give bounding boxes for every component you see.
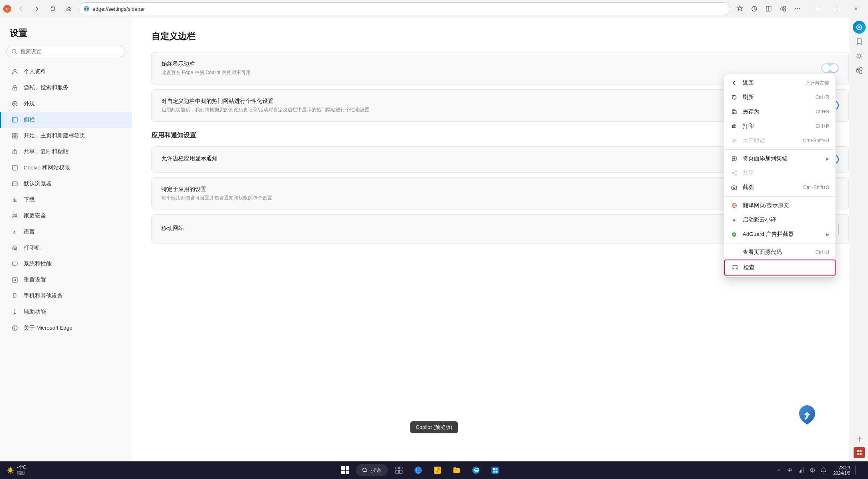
system-icon <box>11 260 19 268</box>
menu-item-caiyun[interactable]: ● 启动彩云小译 <box>724 213 836 227</box>
add-icon[interactable] <box>853 433 866 445</box>
print-menu-shortcut: Ctrl+P <box>816 123 829 129</box>
menu-item-viewsource[interactable]: 查看页面源代码 Ctrl+U <box>724 245 836 260</box>
menu-item-translate[interactable]: 翻译网页/显示原文 <box>724 198 836 213</box>
show-desktop-icon[interactable] <box>855 465 865 475</box>
notifications-label: 允许边栏应用显示通知 <box>161 155 821 162</box>
sidebar-item-appearance[interactable]: 外观 <box>0 96 132 112</box>
search-input[interactable] <box>20 48 120 54</box>
menu-item-collections[interactable]: 将页面添加到集锦 ▶ <box>724 151 836 166</box>
print-menu-label: 打印 <box>743 123 811 130</box>
svg-rect-21 <box>12 133 14 135</box>
sidebar-item-about[interactable]: 关于 Microsoft Edge <box>0 320 132 336</box>
menu-item-back[interactable]: 返回 Alt+向左键 <box>724 76 836 90</box>
volume-icon[interactable] <box>808 465 817 475</box>
sidebar-item-profile[interactable]: 个人资料 <box>0 64 132 80</box>
menu-item-inspect[interactable]: 检查 <box>724 260 836 276</box>
notification-icon[interactable] <box>819 465 828 475</box>
svg-rect-69 <box>396 467 399 469</box>
weather-widget[interactable]: -4°C 晴朗 <box>3 463 30 478</box>
always-show-toggle[interactable] <box>821 63 839 73</box>
maximize-button[interactable]: □ <box>829 2 846 15</box>
back-button[interactable] <box>14 2 27 15</box>
more-button[interactable] <box>791 2 804 15</box>
printing-label: 打印机 <box>24 244 40 252</box>
sidebar-item-language[interactable]: A 语言 <box>0 224 132 240</box>
copilot-icon[interactable] <box>853 21 866 34</box>
svg-rect-83 <box>493 468 495 470</box>
bookmark-icon[interactable] <box>853 35 866 48</box>
taskbar-app-files[interactable] <box>449 462 465 478</box>
start-button[interactable] <box>338 463 352 477</box>
sidebar-item-cookies[interactable]: Cookie 和网站权限 <box>0 160 132 176</box>
svg-point-51 <box>733 187 735 189</box>
sidebar-item-printing[interactable]: 打印机 <box>0 240 132 256</box>
taskbar: -4°C 晴朗 搜索 <box>0 461 868 479</box>
svg-point-40 <box>14 326 15 327</box>
share-menu-icon <box>731 169 738 177</box>
extensions-right-icon[interactable] <box>853 64 866 77</box>
sidebar-item-mobile[interactable]: 手机和其他设备 <box>0 288 132 304</box>
settings-icon[interactable] <box>853 50 866 62</box>
svg-point-48 <box>735 174 737 175</box>
menu-item-adguard[interactable]: AdGuard 广告拦截器 ▶ <box>724 227 836 242</box>
sidebar-item-sidebar[interactable]: 侧栏 <box>0 112 132 128</box>
svg-text:A: A <box>735 139 737 141</box>
refresh-button[interactable] <box>46 2 59 15</box>
close-button[interactable]: ✕ <box>847 2 865 15</box>
network-icon[interactable] <box>796 465 806 475</box>
taskbar-app-store[interactable] <box>487 462 503 478</box>
svg-text:A: A <box>13 229 16 234</box>
split-button[interactable] <box>762 2 775 15</box>
svg-point-46 <box>735 171 737 172</box>
svg-rect-59 <box>860 68 862 70</box>
forward-button[interactable] <box>30 2 43 15</box>
svg-rect-70 <box>399 467 402 469</box>
sidebar-item-privacy[interactable]: 隐私、搜索和服务 <box>0 80 132 96</box>
screenshot-menu-shortcut: Ctrl+Shift+S <box>803 185 829 190</box>
always-show-desc: 此设置在 Edge 中的 Copilot 关闭时不可用 <box>161 69 821 76</box>
taskbar-app-edge[interactable] <box>468 462 484 478</box>
page-title: 自定义边栏 <box>151 30 849 42</box>
personalize-label: 对自定义边栏中我的热门网站进行个性化设置 <box>161 98 821 105</box>
accessibility-icon <box>11 308 19 316</box>
menu-item-screenshot[interactable]: 截图 Ctrl+Shift+S <box>724 180 836 195</box>
favorites-button[interactable] <box>733 2 746 15</box>
show-hidden-icon[interactable]: ^ <box>774 465 783 475</box>
browser-content: 设置 个人资料 隐私、搜索和服务 <box>0 18 868 461</box>
sidebar-item-start[interactable]: 开始、主页和新建标签页 <box>0 128 132 144</box>
history-button[interactable] <box>748 2 761 15</box>
store-icon[interactable] <box>854 447 865 458</box>
home-button[interactable] <box>62 2 75 15</box>
blue-bird-decoration <box>794 404 820 429</box>
minimize-button[interactable]: — <box>810 2 828 15</box>
sidebar-item-system[interactable]: 系统和性能 <box>0 256 132 272</box>
input-indicator[interactable]: 中 <box>785 465 795 475</box>
taskview-button[interactable] <box>391 462 407 478</box>
svg-point-66 <box>8 468 12 472</box>
extensions-button[interactable] <box>777 2 789 15</box>
sidebar-item-downloads[interactable]: 下载 <box>0 192 132 208</box>
clock[interactable]: 23:23 2024/1/9 <box>830 464 854 476</box>
title-bar-right <box>733 2 804 15</box>
collections-menu-label: 将页面添加到集锦 <box>743 155 821 162</box>
sidebar-item-reset[interactable]: 重置设置 <box>0 272 132 288</box>
address-bar[interactable]: edge://settings/sidebar <box>79 2 730 15</box>
sidebar-item-family[interactable]: 家庭安全 <box>0 208 132 224</box>
svg-rect-89 <box>802 469 802 473</box>
sidebar-item-share[interactable]: 共享、复制和粘贴 <box>0 144 132 160</box>
taskbar-right: ^ 中 23:23 2024/1/9 <box>774 464 865 476</box>
svg-rect-86 <box>495 471 497 473</box>
svg-point-17 <box>14 89 15 89</box>
sidebar-item-default[interactable]: 默认浏览器 <box>0 176 132 192</box>
menu-item-saveas[interactable]: 另存为 Ctrl+S <box>724 105 836 119</box>
menu-item-refresh[interactable]: 刷新 Ctrl+R <box>724 90 836 105</box>
sidebar-item-accessibility[interactable]: 辅助功能 <box>0 304 132 320</box>
taskbar-search[interactable]: 搜索 <box>356 464 388 476</box>
menu-item-print[interactable]: 打印 Ctrl+P <box>724 119 836 133</box>
taskbar-app-paint[interactable] <box>429 462 445 478</box>
search-box[interactable] <box>6 46 125 57</box>
personalize-left: 对自定义边栏中我的热门网站进行个性化设置 启用此功能后，我们将根据您的浏览历史记… <box>161 98 821 113</box>
svg-rect-82 <box>491 467 499 474</box>
taskbar-app-browser[interactable] <box>410 462 426 478</box>
